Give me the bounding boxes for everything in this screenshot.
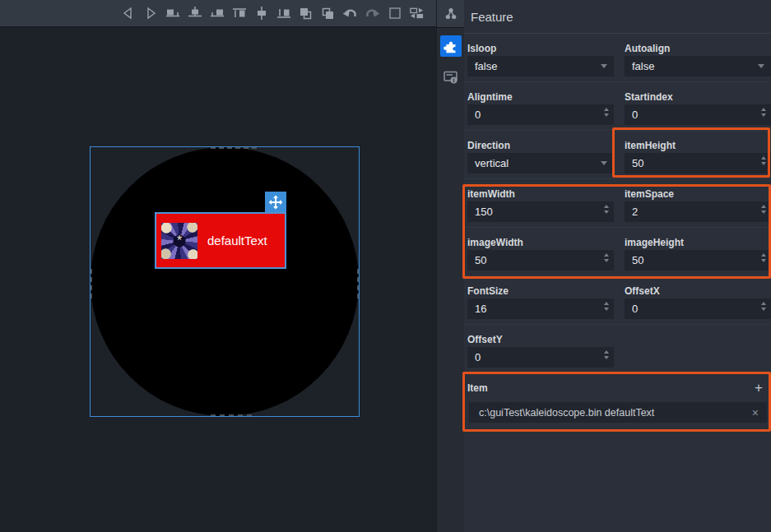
panel-header: Feature — [464, 0, 771, 34]
field-label-itemspace: itemSpace — [625, 187, 771, 201]
property-row: imageWidth 50 imageHeight 50 — [464, 228, 771, 276]
remove-item-icon[interactable]: × — [752, 406, 759, 419]
spinner-arrows-icon[interactable] — [604, 302, 609, 311]
field-label-direction: Direction — [467, 138, 614, 153]
field-label-aligntime: Aligntime — [467, 90, 614, 104]
list-item-widget[interactable]: * defaultText — [155, 212, 286, 269]
item-entry[interactable]: c:\guiTest\kaleidoscope.bin defaultText … — [469, 402, 767, 423]
field-label-imageheight: imageHeight — [625, 235, 771, 250]
add-item-button[interactable]: + — [755, 382, 763, 395]
chevron-down-icon[interactable] — [601, 64, 607, 68]
spinner-arrows-icon[interactable] — [761, 205, 766, 214]
item-section-label: Item — [467, 381, 755, 396]
spinner-arrows-icon[interactable] — [761, 302, 766, 311]
properties-panel: Feature Isloop false Autoalign false — [464, 0, 771, 532]
fontsize-spinner[interactable]: 16 — [467, 298, 614, 319]
spinner-arrows-icon[interactable] — [604, 350, 609, 359]
spinner-arrows-icon[interactable] — [604, 108, 609, 117]
form-info-icon — [443, 70, 459, 85]
toolbar — [0, 0, 436, 27]
spinner-arrows-icon[interactable] — [604, 205, 609, 214]
field-label-offsety: OffsetY — [467, 332, 614, 347]
kaleidoscope-thumbnail: * — [161, 223, 197, 259]
itemwidth-spinner[interactable]: 150 — [467, 201, 614, 222]
chevron-down-icon[interactable] — [758, 64, 764, 68]
undo-icon[interactable] — [342, 6, 358, 21]
aligntime-spinner[interactable]: 0 — [467, 104, 614, 125]
imagewidth-spinner[interactable]: 50 — [467, 250, 614, 271]
step-back-icon[interactable] — [120, 6, 136, 21]
property-row: Aligntime 0 Startindex 0 — [464, 82, 771, 131]
property-row: OffsetY 0 — [464, 325, 771, 373]
offsety-spinner[interactable]: 0 — [467, 347, 614, 368]
chevron-down-icon[interactable] — [601, 161, 607, 165]
align-middle-vertical-icon[interactable] — [253, 6, 269, 21]
left-tab-strip — [436, 0, 464, 532]
field-label-itemheight: itemHeight — [625, 138, 771, 153]
item-section: Item + c:\guiTest\kaleidoscope.bin defau… — [464, 373, 771, 428]
item-bound-dash-left — [91, 269, 92, 298]
align-top-icon[interactable] — [231, 6, 247, 21]
property-info-tab[interactable] — [440, 67, 462, 88]
item-bound-dash-bottom — [211, 414, 252, 416]
field-label-itemwidth: itemWidth — [467, 187, 614, 201]
redo-icon[interactable] — [365, 6, 380, 21]
item-caption: defaultText — [207, 234, 267, 247]
move-handle[interactable] — [265, 192, 286, 213]
property-row: Isloop false Autoalign false — [464, 34, 771, 82]
field-label-offsetx: OffsetX — [625, 284, 771, 298]
circular-list-widget[interactable] — [91, 147, 359, 416]
app-window: * defaultText Feature Isloop false Autoa… — [0, 0, 771, 532]
canvas-area[interactable]: * defaultText — [0, 27, 436, 532]
share-nodes-icon — [443, 6, 459, 22]
itemspace-spinner[interactable]: 2 — [625, 201, 771, 222]
selection-box-icon[interactable] — [387, 6, 402, 21]
send-backward-icon[interactable] — [320, 6, 336, 21]
isloop-dropdown[interactable]: false — [467, 56, 614, 76]
field-label-autoalign: Autoalign — [625, 41, 771, 56]
property-row: Direction vertical itemHeight 50 — [464, 131, 771, 179]
kaleidoscope-star: * — [161, 223, 197, 259]
panel-title: Feature — [471, 10, 513, 24]
field-label-fontsize: FontSize — [467, 284, 614, 298]
itemheight-spinner[interactable]: 50 — [625, 153, 771, 173]
item-bound-dash-top — [211, 147, 257, 149]
share-nodes-button[interactable] — [437, 0, 464, 28]
spinner-arrows-icon[interactable] — [761, 253, 766, 262]
spinner-arrows-icon[interactable] — [761, 156, 766, 165]
step-forward-icon[interactable] — [142, 6, 158, 21]
item-entry-text: c:\guiTest\kaleidoscope.bin defaultText — [479, 407, 745, 419]
autoalign-dropdown[interactable]: false — [625, 56, 771, 76]
field-label-startindex: Startindex — [625, 90, 771, 104]
direction-dropdown[interactable]: vertical — [467, 153, 614, 173]
selection-rect[interactable] — [90, 146, 360, 417]
offsetx-spinner[interactable]: 0 — [625, 298, 771, 319]
spinner-arrows-icon[interactable] — [761, 108, 766, 117]
property-row: itemWidth 150 itemSpace 2 — [464, 179, 771, 228]
field-label-isloop: Isloop — [467, 41, 614, 56]
swap-order-icon[interactable] — [409, 6, 425, 21]
bring-forward-icon[interactable] — [298, 6, 314, 21]
item-bound-dash-right — [357, 269, 359, 298]
align-right-icon[interactable] — [209, 6, 225, 21]
startindex-spinner[interactable]: 0 — [625, 104, 771, 125]
move-arrows-icon — [268, 195, 283, 210]
spinner-arrows-icon[interactable] — [604, 253, 609, 262]
field-label-imagewidth: imageWidth — [467, 235, 614, 250]
align-bottom-icon[interactable] — [276, 6, 291, 21]
imageheight-spinner[interactable]: 50 — [625, 250, 771, 271]
property-row: FontSize 16 OffsetX 0 — [464, 276, 771, 325]
puzzle-piece-icon — [444, 39, 457, 53]
align-left-icon[interactable] — [165, 6, 180, 21]
align-center-horizontal-icon[interactable] — [187, 6, 202, 21]
widget-tool-tab[interactable] — [440, 35, 462, 57]
